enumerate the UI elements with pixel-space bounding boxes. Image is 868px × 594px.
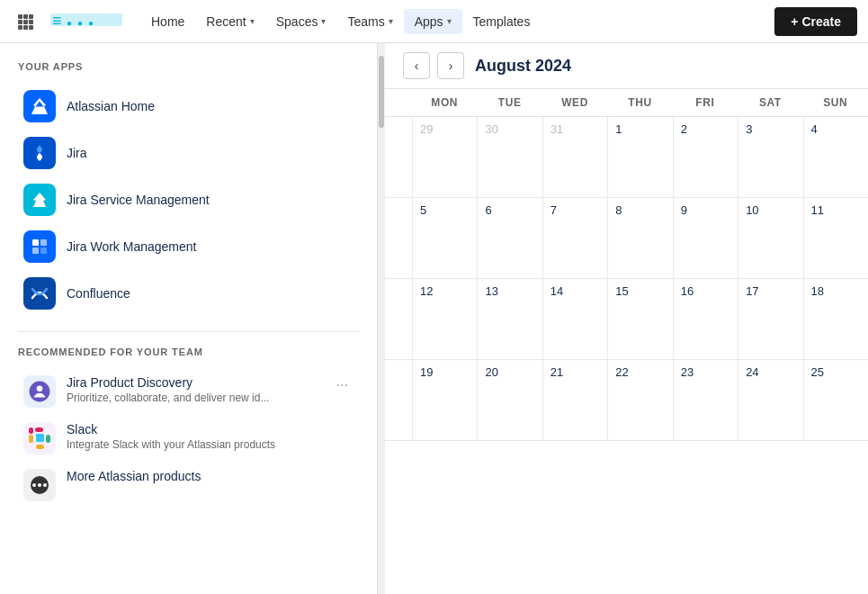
chevron-down-icon: ▾ bbox=[447, 16, 452, 26]
divider bbox=[18, 331, 359, 332]
slack-icon bbox=[23, 422, 56, 454]
svg-text:●: ● bbox=[77, 18, 83, 28]
calendar-cell[interactable]: 19 bbox=[412, 360, 477, 440]
calendar-cell[interactable]: 1 bbox=[607, 117, 672, 197]
top-navigation: ≡ ● ● ● Home Recent ▾ Spaces ▾ Teams ▾ A… bbox=[0, 0, 868, 43]
jira-service-label: Jira Service Management bbox=[67, 193, 210, 207]
rec-item-slack[interactable]: Slack Integrate Slack with your Atlassia… bbox=[18, 415, 359, 462]
slack-text: Slack Integrate Slack with your Atlassia… bbox=[67, 422, 353, 451]
calendar-date: 30 bbox=[485, 122, 534, 136]
more-text: More Atlassian products bbox=[67, 469, 353, 483]
nav-teams[interactable]: Teams ▾ bbox=[336, 9, 403, 34]
day-sun: SUN bbox=[803, 89, 868, 116]
svg-text:●: ● bbox=[67, 18, 72, 28]
day-fri: FRI bbox=[673, 89, 738, 116]
nav-templates[interactable]: Templates bbox=[462, 9, 541, 34]
app-item-jira[interactable]: Jira bbox=[18, 130, 359, 176]
jira-icon bbox=[23, 137, 56, 169]
create-button[interactable]: + Create bbox=[774, 7, 857, 36]
calendar-weeks: 2930311234567891011121314151617181920212… bbox=[385, 117, 868, 441]
calendar-date: 5 bbox=[420, 203, 470, 217]
calendar-cell[interactable]: 11 bbox=[803, 198, 868, 278]
calendar-date: 15 bbox=[615, 284, 665, 298]
calendar-cell[interactable]: 31 bbox=[542, 117, 607, 197]
app-item-jira-work[interactable]: Jira Work Management bbox=[18, 223, 359, 270]
calendar-cell[interactable]: 7 bbox=[542, 198, 607, 278]
calendar-cell[interactable]: 30 bbox=[477, 117, 541, 197]
jsm-icon bbox=[23, 184, 56, 216]
jira-label: Jira bbox=[67, 146, 87, 160]
day-thu: THU bbox=[607, 89, 672, 116]
svg-rect-3 bbox=[18, 20, 22, 24]
chevron-down-icon: ▾ bbox=[389, 16, 393, 26]
svg-rect-16 bbox=[32, 248, 39, 254]
svg-rect-25 bbox=[36, 445, 44, 449]
calendar-date: 24 bbox=[746, 365, 795, 379]
nav-home[interactable]: Home bbox=[140, 9, 195, 34]
recommended-header: RECOMMENDED FOR YOUR TEAM bbox=[18, 346, 359, 357]
nav-apps[interactable]: Apps ▾ bbox=[404, 9, 462, 34]
calendar-cell[interactable]: 17 bbox=[738, 279, 802, 359]
calendar-cell[interactable]: 16 bbox=[673, 279, 738, 359]
scrollbar-thumb[interactable] bbox=[379, 56, 384, 128]
confluence-icon bbox=[23, 277, 56, 310]
calendar-cell[interactable]: 18 bbox=[803, 279, 868, 359]
jira-work-label: Jira Work Management bbox=[67, 239, 196, 254]
calendar-cell[interactable]: 24 bbox=[738, 360, 802, 440]
calendar-cell[interactable]: 8 bbox=[607, 198, 672, 278]
nav-recent[interactable]: Recent ▾ bbox=[195, 9, 264, 34]
calendar-cell[interactable]: 13 bbox=[477, 279, 541, 359]
calendar-prev-button[interactable]: ‹ bbox=[403, 52, 430, 79]
grid-menu-icon[interactable] bbox=[11, 7, 40, 36]
day-sat: SAT bbox=[738, 89, 802, 116]
calendar-date: 31 bbox=[550, 122, 600, 136]
svg-rect-14 bbox=[32, 239, 39, 246]
jpd-more-button[interactable]: ··· bbox=[331, 375, 353, 395]
calendar-next-button[interactable]: › bbox=[437, 52, 464, 79]
calendar-cell[interactable]: 29 bbox=[412, 117, 477, 197]
week-number bbox=[385, 279, 412, 359]
calendar-days-header: MON TUE WED THU FRI SAT SUN bbox=[385, 89, 868, 117]
calendar-date: 19 bbox=[420, 365, 470, 379]
calendar-cell[interactable]: 23 bbox=[673, 360, 738, 440]
calendar-cell[interactable]: 14 bbox=[542, 279, 607, 359]
svg-text:≡: ≡ bbox=[52, 12, 62, 30]
svg-text:●: ● bbox=[88, 18, 94, 28]
rec-item-jpd[interactable]: Jira Product Discovery Prioritize, colla… bbox=[18, 368, 359, 415]
calendar-date: 2 bbox=[681, 122, 730, 136]
calendar-cell[interactable]: 9 bbox=[673, 198, 738, 278]
calendar-cell[interactable]: 22 bbox=[607, 360, 672, 440]
app-item-jira-service[interactable]: Jira Service Management bbox=[18, 176, 359, 223]
rec-item-more[interactable]: More Atlassian products bbox=[18, 462, 359, 508]
calendar-cell[interactable]: 6 bbox=[477, 198, 541, 278]
calendar-date: 1 bbox=[615, 122, 665, 136]
apps-dropdown-panel: YOUR APPS Atlassian Home Jira bbox=[0, 43, 378, 594]
scrollbar-track[interactable] bbox=[378, 43, 385, 594]
calendar-cell[interactable]: 20 bbox=[477, 360, 541, 440]
calendar-cell[interactable]: 15 bbox=[607, 279, 672, 359]
app-item-confluence[interactable]: Confluence bbox=[18, 270, 359, 317]
calendar-cell[interactable]: 10 bbox=[738, 198, 802, 278]
calendar-cell[interactable]: 25 bbox=[803, 360, 868, 440]
calendar-cell[interactable]: 5 bbox=[412, 198, 477, 278]
day-wed: WED bbox=[542, 89, 607, 116]
calendar-cell[interactable]: 12 bbox=[412, 279, 477, 359]
calendar-date: 20 bbox=[485, 365, 534, 379]
svg-rect-7 bbox=[23, 25, 28, 30]
calendar-header: ‹ › August 2024 bbox=[385, 43, 868, 89]
calendar-cell[interactable]: 3 bbox=[738, 117, 802, 197]
logo[interactable]: ≡ ● ● ● bbox=[50, 6, 122, 37]
app-item-atlassian-home[interactable]: Atlassian Home bbox=[18, 83, 359, 130]
slack-desc: Integrate Slack with your Atlassian prod… bbox=[67, 438, 353, 451]
calendar-date: 4 bbox=[811, 122, 861, 136]
nav-spaces[interactable]: Spaces ▾ bbox=[265, 9, 337, 34]
calendar-week-row: 12131415161718 bbox=[385, 279, 868, 360]
calendar-date: 17 bbox=[746, 284, 795, 298]
calendar-cell[interactable]: 2 bbox=[673, 117, 738, 197]
slack-name: Slack bbox=[67, 422, 353, 436]
calendar-cell[interactable]: 21 bbox=[542, 360, 607, 440]
day-tue: TUE bbox=[477, 89, 541, 116]
calendar-cell[interactable]: 4 bbox=[803, 117, 868, 197]
calendar-date: 16 bbox=[681, 284, 730, 298]
svg-rect-20 bbox=[29, 435, 33, 443]
